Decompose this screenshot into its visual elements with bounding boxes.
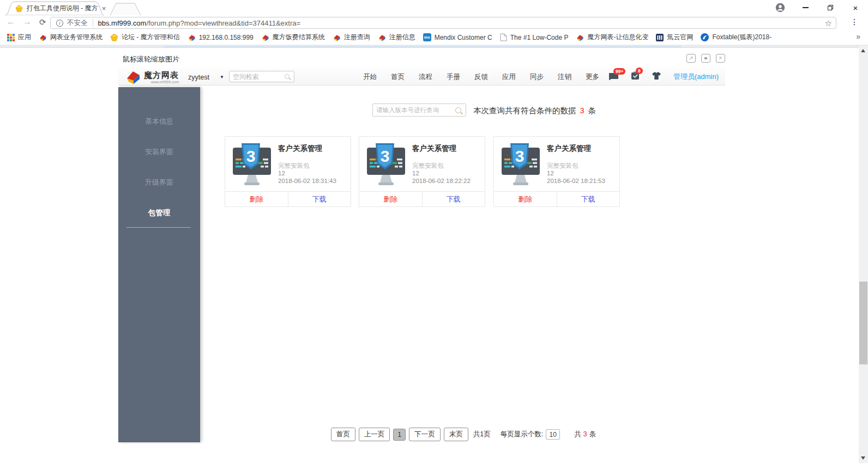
nav-item-manual[interactable]: 手册 (447, 72, 460, 82)
scrollbar-thumb[interactable] (859, 282, 867, 364)
url-divider (93, 19, 93, 27)
reload-icon[interactable]: ⟳ (39, 17, 46, 27)
header-nav: 开始 首页 流程 手册 反馈 应用 同步 注销 更多 (363, 68, 599, 86)
search-icon[interactable] (455, 107, 461, 113)
nav-item-start[interactable]: 开始 (363, 72, 377, 82)
messages-button[interactable]: 99+ (608, 72, 619, 82)
browser-tab[interactable]: 打包工具使用说明 - 魔方 × (15, 4, 106, 13)
sidebar-item-basic-info[interactable]: 基本信息 (118, 117, 200, 126)
tasks-badge: 8 (636, 68, 643, 74)
nav-item-logout[interactable]: 注销 (558, 72, 571, 82)
scroll-down-icon[interactable] (861, 456, 865, 460)
mofang-logo-icon (261, 34, 269, 41)
app-logo[interactable]: 魔方网表 www.mf999.com (125, 70, 179, 84)
svg-text:3: 3 (246, 147, 256, 165)
delete-button[interactable]: 删除 (225, 192, 288, 206)
bookmark-item[interactable]: 192.168.0.158:999/ (184, 34, 257, 41)
card-title: 客户关系管理 (412, 144, 456, 154)
card-footer: 删除 下载 (359, 191, 485, 206)
admin-user-link[interactable]: 管理员(admin) (673, 72, 719, 82)
sidebar-item-upgrade-ui[interactable]: 升级界面 (118, 178, 200, 187)
total-suffix: 条 (589, 430, 596, 438)
bookmark-item[interactable]: The #1 Low-Code P (496, 33, 572, 41)
restore-icon (828, 5, 833, 10)
tab-close-icon[interactable]: × (102, 4, 106, 13)
delete-button[interactable]: 删除 (494, 192, 557, 206)
open-new-window-icon[interactable]: ↗ (686, 54, 696, 63)
tasks-button[interactable]: 8 (631, 71, 640, 82)
sidebar-item-package-mgmt[interactable]: 包管理 (118, 208, 200, 218)
building-icon (656, 34, 664, 41)
bookmark-item[interactable]: 论坛 - 魔方管理和信 (106, 33, 184, 42)
bookmark-item[interactable]: 注册查询 (329, 33, 374, 42)
security-info-icon[interactable]: i (56, 20, 63, 27)
nav-item-apps[interactable]: 应用 (502, 72, 516, 82)
bookmarks-overflow-icon[interactable]: » (856, 32, 860, 41)
fullscreen-icon[interactable] (701, 54, 710, 63)
page-top-accent (164, 46, 682, 47)
tab-title: 打包工具使用说明 - 魔方 (27, 4, 98, 13)
download-button[interactable]: 下载 (288, 192, 351, 206)
package-card: 3 客户关系管理 完整安装包 12 2018-06-02 18:22:22 删除… (359, 136, 485, 207)
bookmark-item[interactable]: 魔方网表-让信息化变 (572, 33, 652, 42)
pagination-current-page[interactable]: 1 (393, 429, 406, 441)
card-footer: 删除 下载 (225, 191, 351, 206)
nav-item-more[interactable]: 更多 (586, 72, 599, 82)
package-monitor-icon: 3 (500, 142, 541, 187)
browser-menu-icon[interactable]: ⋮ (851, 17, 858, 26)
back-icon[interactable]: ← (7, 17, 15, 27)
window-minimize-button[interactable] (793, 0, 818, 15)
search-icon[interactable] (285, 74, 290, 79)
card-title: 客户关系管理 (278, 144, 322, 154)
download-button[interactable]: 下载 (423, 192, 485, 206)
mofang-logo-icon (188, 34, 196, 41)
viewer-close-icon[interactable]: × (716, 54, 725, 63)
vertical-scrollbar[interactable] (859, 46, 868, 463)
workspace-selector[interactable]: zyytest (188, 74, 209, 81)
nav-item-sync[interactable]: 同步 (530, 72, 544, 82)
bookmark-apps[interactable]: 应用 (3, 33, 35, 42)
bookmark-item[interactable]: 网表业务管理系统 (35, 33, 106, 42)
mofang-logo-icon (576, 34, 584, 41)
forward-icon[interactable]: → (23, 17, 32, 27)
nav-item-workflow[interactable]: 流程 (419, 72, 432, 82)
viewer-hint-text: 鼠标滚轮缩放图片 (123, 54, 179, 64)
pagination-last-button[interactable]: 末页 (444, 428, 468, 441)
version-search-input[interactable] (373, 107, 455, 113)
pagination-next-button[interactable]: 下一页 (409, 428, 441, 441)
window-restore-button[interactable] (818, 0, 843, 15)
omnibox[interactable]: i 不安全 bbs.mf999.com /forum.php?mod=viewt… (50, 17, 836, 29)
browser-titlebar: 打包工具使用说明 - 魔方 × × (0, 0, 868, 15)
per-page-input[interactable] (546, 429, 560, 440)
nav-item-feedback[interactable]: 反馈 (474, 72, 488, 82)
nav-item-home[interactable]: 首页 (391, 72, 405, 82)
mofang-logo-icon (378, 34, 386, 41)
delete-button[interactable]: 删除 (359, 192, 423, 206)
tab-favicon-gem-icon (15, 5, 23, 13)
scroll-up-icon[interactable] (861, 49, 865, 52)
profile-button[interactable] (768, 0, 793, 15)
theme-button[interactable] (652, 71, 661, 82)
minimize-icon (803, 7, 809, 8)
window-close-button[interactable]: × (843, 0, 868, 15)
space-search-input[interactable] (230, 73, 285, 81)
pagination-prev-button[interactable]: 上一页 (359, 428, 390, 441)
sidebar-active-underline (126, 227, 191, 228)
bookmark-star-icon[interactable]: ☆ (825, 19, 832, 28)
package-card: 3 客户关系管理 完整安装包 12 2018-06-02 18:31:43 删除… (225, 136, 351, 207)
security-label: 不安全 (67, 19, 88, 28)
chevron-down-icon[interactable]: ▼ (220, 75, 224, 80)
bookmark-item[interactable]: 魔方饭费结算系统 (257, 33, 329, 42)
bookmark-item[interactable]: Foxtable(狐表)2018- (697, 33, 775, 42)
bookmark-item[interactable]: 氚云官网 (652, 33, 697, 42)
bookmarks-bar: 应用 网表业务管理系统 论坛 - 魔方管理和信 192.168.0.158:99… (0, 30, 868, 45)
pagination-first-button[interactable]: 首页 (331, 428, 355, 441)
page-icon (500, 33, 507, 41)
mofang-logo-icon (125, 70, 141, 84)
header-right: 99+ 8 管理员(admin) (608, 68, 719, 86)
sidebar-item-install-ui[interactable]: 安装界面 (118, 147, 200, 157)
bookmark-item[interactable]: 注册信息 (374, 33, 419, 42)
download-button[interactable]: 下载 (557, 192, 620, 206)
window-close-icon: × (853, 4, 858, 12)
bookmark-item[interactable]: mx Mendix Customer C (419, 33, 496, 41)
